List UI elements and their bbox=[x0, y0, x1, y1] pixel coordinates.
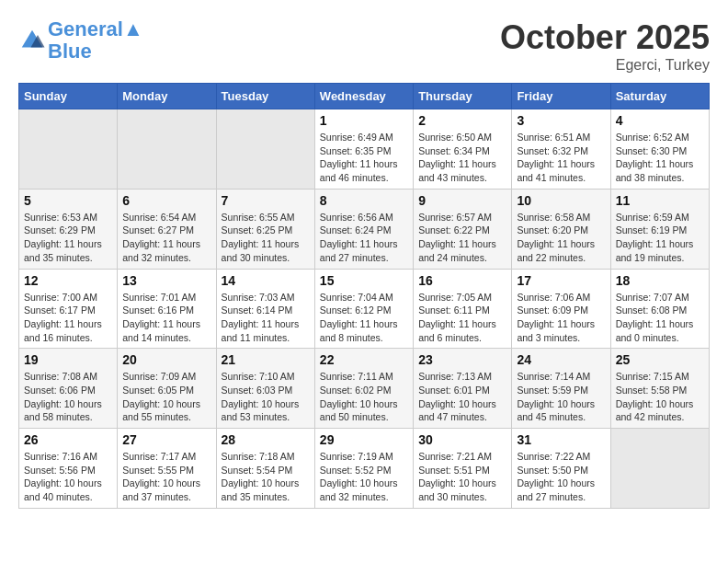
page-header: General▲ Blue October 2025 Egerci, Turke… bbox=[18, 18, 710, 74]
day-cell: 1Sunrise: 6:49 AMSunset: 6:35 PMDaylight… bbox=[314, 109, 413, 190]
day-cell: 3Sunrise: 6:51 AMSunset: 6:32 PMDaylight… bbox=[512, 109, 610, 190]
day-info: Sunrise: 6:53 AMSunset: 6:29 PMDaylight:… bbox=[24, 211, 112, 265]
day-number: 21 bbox=[222, 352, 310, 367]
day-number: 7 bbox=[222, 193, 310, 208]
week-row-1: 1Sunrise: 6:49 AMSunset: 6:35 PMDaylight… bbox=[19, 109, 710, 190]
day-info: Sunrise: 7:05 AMSunset: 6:11 PMDaylight:… bbox=[418, 291, 506, 345]
day-number: 26 bbox=[24, 432, 112, 447]
day-number: 2 bbox=[418, 113, 506, 128]
day-number: 17 bbox=[517, 273, 605, 288]
day-info: Sunrise: 6:54 AMSunset: 6:27 PMDaylight:… bbox=[122, 211, 210, 265]
day-cell: 27Sunrise: 7:17 AMSunset: 5:55 PMDayligh… bbox=[118, 429, 216, 509]
day-cell: 23Sunrise: 7:13 AMSunset: 6:01 PMDayligh… bbox=[414, 349, 512, 429]
weekday-header-friday: Friday bbox=[512, 84, 610, 109]
day-info: Sunrise: 7:01 AMSunset: 6:16 PMDaylight:… bbox=[122, 291, 210, 345]
day-cell: 31Sunrise: 7:22 AMSunset: 5:50 PMDayligh… bbox=[512, 429, 610, 509]
weekday-header-saturday: Saturday bbox=[610, 84, 709, 109]
day-cell: 28Sunrise: 7:18 AMSunset: 5:54 PMDayligh… bbox=[216, 429, 314, 509]
day-cell: 22Sunrise: 7:11 AMSunset: 6:02 PMDayligh… bbox=[314, 349, 413, 429]
location-subtitle: Egerci, Turkey bbox=[500, 57, 710, 74]
day-cell: 20Sunrise: 7:09 AMSunset: 6:05 PMDayligh… bbox=[118, 349, 216, 429]
logo-line1: General bbox=[48, 17, 123, 40]
day-cell: 7Sunrise: 6:55 AMSunset: 6:25 PMDaylight… bbox=[216, 189, 314, 269]
day-info: Sunrise: 6:57 AMSunset: 6:22 PMDaylight:… bbox=[418, 211, 506, 265]
week-row-4: 19Sunrise: 7:08 AMSunset: 6:06 PMDayligh… bbox=[19, 349, 710, 429]
day-info: Sunrise: 7:07 AMSunset: 6:08 PMDaylight:… bbox=[616, 291, 704, 345]
day-info: Sunrise: 7:11 AMSunset: 6:02 PMDaylight:… bbox=[320, 370, 408, 424]
day-info: Sunrise: 6:58 AMSunset: 6:20 PMDaylight:… bbox=[517, 211, 605, 265]
day-number: 27 bbox=[122, 432, 210, 447]
day-number: 5 bbox=[24, 193, 112, 208]
day-cell: 16Sunrise: 7:05 AMSunset: 6:11 PMDayligh… bbox=[414, 269, 512, 349]
logo-line2: Blue bbox=[48, 40, 143, 63]
logo-icon bbox=[18, 27, 46, 54]
day-cell bbox=[610, 429, 709, 509]
day-cell: 13Sunrise: 7:01 AMSunset: 6:16 PMDayligh… bbox=[118, 269, 216, 349]
day-cell: 25Sunrise: 7:15 AMSunset: 5:58 PMDayligh… bbox=[610, 349, 709, 429]
day-cell: 15Sunrise: 7:04 AMSunset: 6:12 PMDayligh… bbox=[314, 269, 413, 349]
day-cell: 14Sunrise: 7:03 AMSunset: 6:14 PMDayligh… bbox=[216, 269, 314, 349]
weekday-header-wednesday: Wednesday bbox=[314, 84, 413, 109]
logo-accent: ▲ bbox=[123, 17, 143, 40]
day-number: 23 bbox=[418, 352, 506, 367]
day-number: 11 bbox=[616, 193, 704, 208]
day-number: 19 bbox=[24, 352, 112, 367]
day-info: Sunrise: 7:15 AMSunset: 5:58 PMDaylight:… bbox=[616, 370, 704, 424]
week-row-2: 5Sunrise: 6:53 AMSunset: 6:29 PMDaylight… bbox=[19, 189, 710, 269]
day-cell: 24Sunrise: 7:14 AMSunset: 5:59 PMDayligh… bbox=[512, 349, 610, 429]
weekday-header-sunday: Sunday bbox=[19, 84, 118, 109]
day-cell: 8Sunrise: 6:56 AMSunset: 6:24 PMDaylight… bbox=[314, 189, 413, 269]
day-number: 20 bbox=[122, 352, 210, 367]
weekday-header-tuesday: Tuesday bbox=[216, 84, 314, 109]
day-cell: 2Sunrise: 6:50 AMSunset: 6:34 PMDaylight… bbox=[414, 109, 512, 190]
title-block: October 2025 Egerci, Turkey bbox=[500, 18, 710, 74]
logo: General▲ Blue bbox=[18, 18, 143, 63]
day-info: Sunrise: 7:06 AMSunset: 6:09 PMDaylight:… bbox=[517, 291, 605, 345]
day-info: Sunrise: 7:21 AMSunset: 5:51 PMDaylight:… bbox=[418, 450, 506, 504]
weekday-header-thursday: Thursday bbox=[414, 84, 512, 109]
day-info: Sunrise: 6:51 AMSunset: 6:32 PMDaylight:… bbox=[517, 131, 605, 185]
day-number: 15 bbox=[320, 273, 408, 288]
day-cell: 26Sunrise: 7:16 AMSunset: 5:56 PMDayligh… bbox=[19, 429, 118, 509]
week-row-5: 26Sunrise: 7:16 AMSunset: 5:56 PMDayligh… bbox=[19, 429, 710, 509]
week-row-3: 12Sunrise: 7:00 AMSunset: 6:17 PMDayligh… bbox=[19, 269, 710, 349]
logo-text: General▲ Blue bbox=[48, 18, 143, 63]
day-number: 24 bbox=[517, 352, 605, 367]
day-number: 3 bbox=[517, 113, 605, 128]
day-cell: 12Sunrise: 7:00 AMSunset: 6:17 PMDayligh… bbox=[19, 269, 118, 349]
day-number: 13 bbox=[122, 273, 210, 288]
day-info: Sunrise: 6:55 AMSunset: 6:25 PMDaylight:… bbox=[222, 211, 310, 265]
day-info: Sunrise: 7:22 AMSunset: 5:50 PMDaylight:… bbox=[517, 450, 605, 504]
day-info: Sunrise: 7:17 AMSunset: 5:55 PMDaylight:… bbox=[122, 450, 210, 504]
day-cell: 6Sunrise: 6:54 AMSunset: 6:27 PMDaylight… bbox=[118, 189, 216, 269]
calendar-table: SundayMondayTuesdayWednesdayThursdayFrid… bbox=[18, 83, 710, 509]
day-info: Sunrise: 6:59 AMSunset: 6:19 PMDaylight:… bbox=[616, 211, 704, 265]
day-number: 16 bbox=[418, 273, 506, 288]
day-cell: 17Sunrise: 7:06 AMSunset: 6:09 PMDayligh… bbox=[512, 269, 610, 349]
day-number: 31 bbox=[517, 432, 605, 447]
day-cell: 21Sunrise: 7:10 AMSunset: 6:03 PMDayligh… bbox=[216, 349, 314, 429]
day-number: 4 bbox=[616, 113, 704, 128]
day-number: 10 bbox=[517, 193, 605, 208]
day-number: 18 bbox=[616, 273, 704, 288]
month-title: October 2025 bbox=[500, 18, 710, 57]
day-cell: 19Sunrise: 7:08 AMSunset: 6:06 PMDayligh… bbox=[19, 349, 118, 429]
day-info: Sunrise: 7:03 AMSunset: 6:14 PMDaylight:… bbox=[222, 291, 310, 345]
day-info: Sunrise: 7:10 AMSunset: 6:03 PMDaylight:… bbox=[222, 370, 310, 424]
day-number: 22 bbox=[320, 352, 408, 367]
day-info: Sunrise: 7:04 AMSunset: 6:12 PMDaylight:… bbox=[320, 291, 408, 345]
day-info: Sunrise: 7:19 AMSunset: 5:52 PMDaylight:… bbox=[320, 450, 408, 504]
day-info: Sunrise: 7:16 AMSunset: 5:56 PMDaylight:… bbox=[24, 450, 112, 504]
day-cell: 11Sunrise: 6:59 AMSunset: 6:19 PMDayligh… bbox=[610, 189, 709, 269]
day-number: 6 bbox=[122, 193, 210, 208]
day-cell bbox=[118, 109, 216, 190]
day-number: 8 bbox=[320, 193, 408, 208]
day-number: 1 bbox=[320, 113, 408, 128]
day-cell: 18Sunrise: 7:07 AMSunset: 6:08 PMDayligh… bbox=[610, 269, 709, 349]
day-cell: 9Sunrise: 6:57 AMSunset: 6:22 PMDaylight… bbox=[414, 189, 512, 269]
day-info: Sunrise: 7:00 AMSunset: 6:17 PMDaylight:… bbox=[24, 291, 112, 345]
day-info: Sunrise: 7:18 AMSunset: 5:54 PMDaylight:… bbox=[222, 450, 310, 504]
day-cell bbox=[19, 109, 118, 190]
day-number: 14 bbox=[222, 273, 310, 288]
day-info: Sunrise: 6:52 AMSunset: 6:30 PMDaylight:… bbox=[616, 131, 704, 185]
